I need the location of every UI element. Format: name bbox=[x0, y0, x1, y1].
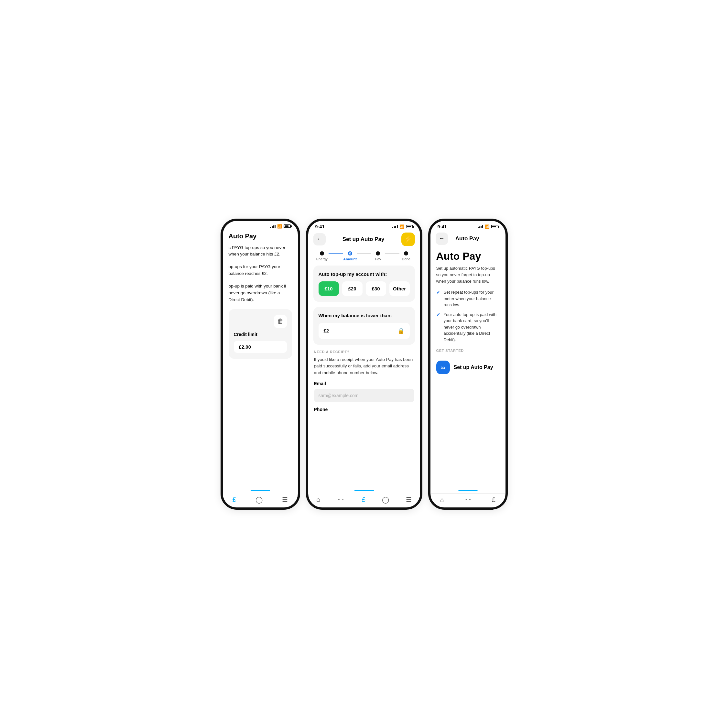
step-dot-done bbox=[404, 251, 408, 255]
receipt-section: NEED A RECEIPT? If you'd like a receipt … bbox=[314, 350, 415, 418]
email-label: Email bbox=[314, 381, 414, 386]
center-header: ← Set up Auto Pay ⚡ bbox=[308, 231, 420, 249]
bottom-bar-indicator bbox=[355, 490, 374, 491]
center-header-title: Set up Auto Pay bbox=[343, 236, 385, 243]
wifi-icon: 📶 bbox=[485, 225, 489, 229]
progress-steps: Energy Amount Pay Done bbox=[308, 249, 420, 264]
amount-30-button[interactable]: £30 bbox=[366, 281, 386, 296]
nav-icon-menu[interactable]: ☰ bbox=[282, 496, 288, 503]
amount-options: £10 £20 £30 Other bbox=[318, 281, 410, 296]
nav-pound[interactable]: £ bbox=[362, 496, 366, 503]
check-text-1: Set repeat top-ups for your meter when y… bbox=[444, 289, 500, 308]
nav-activity[interactable]: ⚬⚬ bbox=[464, 497, 472, 503]
signal-icon bbox=[270, 225, 275, 228]
amount-20-button[interactable]: £20 bbox=[342, 281, 362, 296]
setup-btn-label: Set up Auto Pay bbox=[454, 364, 493, 370]
check-item-1: ✓ Set repeat top-ups for your meter when… bbox=[436, 289, 500, 308]
receipt-label: NEED A RECEIPT? bbox=[314, 350, 414, 354]
step-line-3 bbox=[385, 253, 399, 254]
signal-icon bbox=[478, 225, 483, 228]
step-line-1 bbox=[329, 253, 343, 254]
balance-input[interactable]: £2 🔒 bbox=[318, 323, 410, 339]
step-energy: Energy bbox=[315, 251, 329, 261]
center-status-bar: 9:41 📶 bbox=[308, 221, 420, 231]
credit-limit-value: £2.00 bbox=[234, 341, 287, 353]
check-text-2: Your auto top-up is paid with your bank … bbox=[444, 312, 500, 343]
bottom-bar-indicator bbox=[458, 490, 478, 491]
lightning-icon: ⚡ bbox=[404, 235, 412, 243]
battery-icon bbox=[406, 225, 413, 228]
left-content: Auto Pay c PAYG top-ups so you never whe… bbox=[223, 230, 298, 490]
nav-help[interactable]: ◯ bbox=[382, 496, 389, 503]
step-label-done: Done bbox=[402, 257, 410, 261]
nav-pound[interactable]: £ bbox=[492, 496, 496, 503]
nav-home[interactable]: ⌂ bbox=[440, 496, 444, 503]
credit-section: 🗑 Credit limit £2.00 bbox=[229, 309, 292, 359]
wifi-icon: 📶 bbox=[399, 225, 404, 229]
battery-icon bbox=[284, 225, 291, 228]
amount-card: Auto top-up my account with: £10 £20 £30… bbox=[314, 266, 415, 302]
trash-button[interactable]: 🗑 bbox=[274, 315, 287, 328]
step-label-pay: Pay bbox=[375, 257, 381, 261]
lock-icon: 🔒 bbox=[398, 327, 405, 334]
left-body-text3: op-up is paid with your bank ll never go… bbox=[229, 283, 292, 303]
step-dot-amount bbox=[348, 251, 352, 255]
center-bottom-nav: ⌂ ⚬⚬ £ ◯ ☰ bbox=[308, 493, 420, 508]
step-amount: Amount bbox=[343, 251, 357, 261]
center-time: 9:41 bbox=[315, 224, 325, 229]
email-input[interactable]: sam@example.com bbox=[314, 389, 414, 402]
right-header-title: Auto Pay bbox=[455, 236, 479, 242]
nav-menu[interactable]: ☰ bbox=[406, 496, 412, 503]
step-dot-energy bbox=[320, 251, 324, 255]
balance-card: When my balance is lower than: £2 🔒 bbox=[314, 307, 415, 345]
balance-value: £2 bbox=[324, 328, 329, 333]
right-back-button[interactable]: ← bbox=[436, 232, 448, 245]
check-mark-1: ✓ bbox=[436, 289, 440, 295]
nav-icon-help[interactable]: ◯ bbox=[255, 496, 263, 503]
center-scroll-content: Auto top-up my account with: £10 £20 £30… bbox=[308, 264, 420, 490]
balance-card-title: When my balance is lower than: bbox=[318, 313, 410, 318]
amount-other-button[interactable]: Other bbox=[389, 281, 410, 296]
amount-card-title: Auto top-up my account with: bbox=[318, 271, 410, 277]
center-phone: 9:41 📶 ← Set up Auto Pay ⚡ bbox=[306, 219, 422, 510]
phone-label: Phone bbox=[314, 407, 414, 412]
left-phone-title: Auto Pay bbox=[229, 232, 292, 240]
step-done: Done bbox=[399, 251, 413, 261]
step-line-2 bbox=[357, 253, 371, 254]
lightning-button[interactable]: ⚡ bbox=[401, 232, 415, 246]
get-started-label: GET STARTED bbox=[436, 349, 500, 353]
signal-icon bbox=[392, 225, 398, 228]
left-bottom-nav: £ ◯ ☰ bbox=[223, 493, 298, 508]
nav-icon-pound[interactable]: £ bbox=[232, 496, 236, 503]
step-dot-pay bbox=[376, 251, 380, 255]
step-label-energy: Energy bbox=[316, 257, 327, 261]
wifi-icon: 📶 bbox=[277, 224, 282, 229]
auto-pay-desc: Set up automatic PAYG top-ups so you nev… bbox=[436, 265, 500, 284]
nav-home[interactable]: ⌂ bbox=[316, 496, 320, 503]
check-mark-2: ✓ bbox=[436, 312, 440, 318]
battery-icon bbox=[491, 225, 499, 228]
right-header: ← Auto Pay bbox=[430, 231, 505, 248]
trash-icon: 🗑 bbox=[277, 318, 284, 325]
email-placeholder: sam@example.com bbox=[318, 393, 359, 398]
infinity-icon: ∞ bbox=[440, 364, 445, 371]
nav-activity[interactable]: ⚬⚬ bbox=[337, 497, 346, 503]
divider bbox=[436, 356, 500, 356]
step-pay: Pay bbox=[371, 251, 385, 261]
left-status-bar: 📶 bbox=[223, 221, 298, 230]
left-phone: 📶 Auto Pay c PAYG top-ups so you never w… bbox=[220, 219, 300, 510]
back-button[interactable]: ← bbox=[314, 233, 326, 245]
receipt-desc: If you'd like a receipt when your Auto P… bbox=[314, 356, 414, 377]
amount-10-button[interactable]: £10 bbox=[318, 281, 339, 296]
setup-auto-pay-button[interactable]: ∞ Set up Auto Pay bbox=[436, 361, 500, 374]
right-time: 9:41 bbox=[437, 224, 447, 229]
check-item-2: ✓ Your auto top-up is paid with your ban… bbox=[436, 312, 500, 343]
step-label-amount: Amount bbox=[343, 257, 357, 261]
check-list: ✓ Set repeat top-ups for your meter when… bbox=[436, 289, 500, 343]
left-body-text1: c PAYG top-ups so you never when your ba… bbox=[229, 245, 292, 258]
back-arrow-icon: ← bbox=[317, 236, 323, 243]
right-content: Auto Pay Set up automatic PAYG top-ups s… bbox=[430, 248, 505, 490]
right-phone: 9:41 📶 ← Auto Pay Auto Pay Set up automa… bbox=[428, 219, 508, 510]
back-arrow-icon: ← bbox=[439, 235, 445, 242]
right-status-bar: 9:41 📶 bbox=[430, 221, 505, 231]
